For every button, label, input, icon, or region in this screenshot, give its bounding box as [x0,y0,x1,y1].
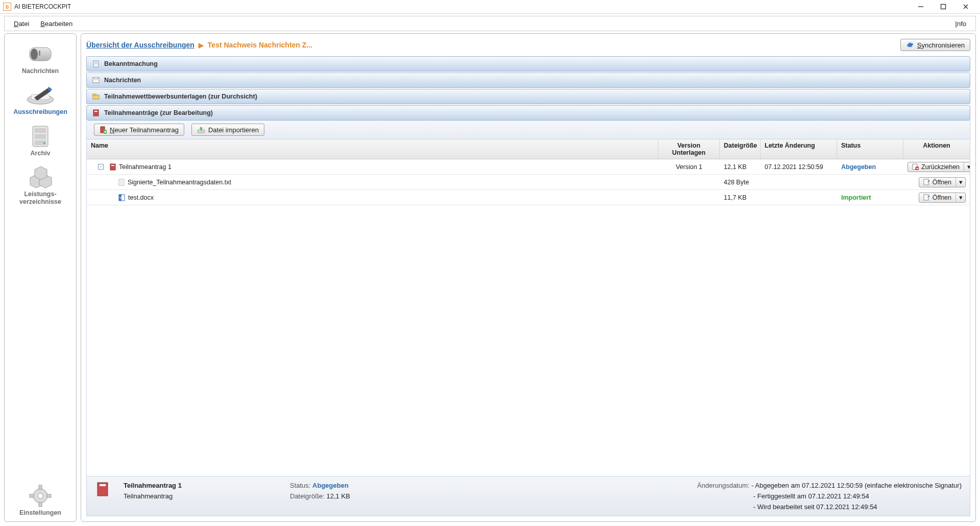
chevron-down-icon[interactable]: ▾ [956,193,965,202]
section-unterlagen[interactable]: Teilnahmewettbewerbsunterlagen (zur Durc… [86,89,970,104]
footer-size-value: 12,1 KB [327,492,350,500]
svg-marker-18 [35,166,47,180]
svg-rect-31 [93,94,96,95]
menu-info[interactable]: Info [955,20,966,28]
close-button[interactable] [954,0,977,13]
breadcrumb-root[interactable]: Übersicht der Ausschreibungen [86,41,194,49]
button-label: Datei importieren [208,126,259,134]
content-pane: Übersicht der Ausschreibungen ▶ Test Nac… [81,33,976,522]
section-bekanntmachung[interactable]: Bekanntmachung [86,56,970,71]
table-row[interactable]: − Teilnahmeantrag 1 Version 1 12,1 KB 07… [87,159,970,175]
tablet-pen-icon [5,82,76,108]
svg-point-5 [31,49,38,60]
table-header: Name Version Unterlagen Dateigröße Letzt… [87,139,970,159]
sidebar: Nachrichten Ausschreibungen Archiv Leist… [4,33,77,522]
th-status[interactable]: Status [837,139,903,159]
chevron-down-icon[interactable]: ▾ [964,162,970,172]
sidebar-item-ausschreibungen[interactable]: Ausschreibungen [5,82,76,115]
server-icon [5,123,76,150]
folder-icon [92,92,100,101]
maximize-button[interactable] [932,0,954,13]
withdraw-icon [912,163,919,170]
footer-size-label: Dateigröße: [290,492,325,500]
section-label: Teilnahmeanträge (zur Bearbeitung) [104,109,213,116]
svg-text:W: W [119,196,123,200]
new-teilnahmeantrag-button[interactable]: Neuer Teilnahmeantrag [94,124,184,136]
svg-rect-57 [100,484,106,486]
svg-rect-49 [924,179,928,185]
cell-status: Importiert [837,194,903,201]
th-version[interactable]: Version Unterlagen [658,139,720,159]
import-icon [197,126,205,133]
table-row[interactable]: W test.docx 11,7 KB Importiert Öffnen ▾ [87,190,970,205]
menubar: Datei Bearbeiten Info [4,16,976,31]
sidebar-item-leistungsverzeichnisse[interactable]: Leistungs- verzeichnisse [5,164,76,205]
svg-rect-12 [35,128,46,133]
th-actions[interactable]: Aktionen [903,139,970,159]
svg-rect-41 [111,165,114,166]
cell-status: Abgegeben [837,163,903,171]
th-date[interactable]: Letzte Änderung [761,139,837,159]
sidebar-item-label: Nachrichten [5,67,76,75]
minimize-button[interactable] [910,0,932,13]
svg-rect-24 [47,494,51,497]
row-action-oeffnen[interactable]: Öffnen ▾ [919,177,966,187]
table-row[interactable]: Signierte_Teilnahmeantragsdaten.txt 428 … [87,175,970,190]
svg-rect-32 [93,110,99,116]
footer-status-label: Status: [290,482,310,489]
sidebar-item-nachrichten[interactable]: Nachrichten [5,41,76,75]
chevron-down-icon[interactable]: ▾ [956,178,965,187]
sync-button[interactable]: Synchronisieren [900,39,970,51]
cell-name: Teilnahmeantrag 1 [119,163,172,171]
breadcrumb-row: Übersicht der Ausschreibungen ▶ Test Nac… [86,39,970,51]
word-file-icon: W [118,194,125,201]
cell-date: 07.12.2021 12:50:59 [761,163,837,171]
breadcrumb-separator-icon: ▶ [199,41,204,49]
mailbox-icon [5,41,76,67]
svg-rect-13 [35,134,46,139]
binder-icon [110,163,116,171]
import-file-button[interactable]: Datei importieren [191,124,264,136]
svg-rect-21 [39,485,42,489]
table-body: − Teilnahmeantrag 1 Version 1 12,1 KB 07… [87,159,970,476]
cell-size: 11,7 KB [720,194,761,201]
section-label: Nachrichten [104,77,141,84]
footer-title: Teilnahmeantrag 1 [124,482,277,489]
boxes-icon [5,164,76,190]
svg-point-15 [43,142,45,144]
footer-status-value: Abgegeben [312,482,349,489]
sidebar-item-label: Leistungs- verzeichnisse [5,190,76,205]
row-action-oeffnen[interactable]: Öffnen ▾ [919,193,966,203]
section-label: Bekanntmachung [104,60,158,67]
section-label: Teilnahmewettbewerbsunterlagen (zur Durc… [104,93,257,100]
binder-add-icon [100,126,107,134]
binder-icon [95,482,110,511]
svg-rect-6 [39,51,40,56]
cell-size: 428 Byte [720,179,761,186]
th-size[interactable]: Dateigröße [720,139,761,159]
svg-point-25 [907,42,913,48]
document-icon [92,60,100,68]
section-antraege[interactable]: Teilnahmeanträge (zur Bearbeitung) [86,105,970,121]
titlebar: b AI BIETERCOCKPIT [0,0,980,14]
menu-bearbeiten[interactable]: Bearbeiten [40,20,72,28]
svg-point-20 [38,493,43,498]
detail-footer: Teilnahmeantrag 1 Teilnahmeantrag Status… [86,476,970,516]
app-icon: b [3,3,11,11]
cell-name: test.docx [128,194,154,201]
row-action-zurueckziehen[interactable]: Zurückziehen ▾ [908,162,970,172]
sidebar-item-archiv[interactable]: Archiv [5,123,76,157]
cell-size: 12,1 KB [720,163,761,171]
svg-rect-22 [39,503,42,507]
tree-collapse-icon[interactable]: − [98,164,104,170]
antraege-toolbar: Neuer Teilnahmeantrag Datei importieren [86,121,970,139]
footer-subtitle: Teilnahmeantrag [124,492,277,500]
menu-datei[interactable]: Datei [14,20,29,28]
svg-rect-54 [924,195,928,200]
workspace: Nachrichten Ausschreibungen Archiv Leist… [0,33,980,526]
cell-version: Version 1 [658,163,720,171]
sidebar-item-einstellungen[interactable]: Einstellungen [5,483,76,516]
section-nachrichten[interactable]: Nachrichten [86,73,970,88]
footer-changes-label: Änderungsdatum: [697,482,750,489]
th-name[interactable]: Name [87,139,658,159]
